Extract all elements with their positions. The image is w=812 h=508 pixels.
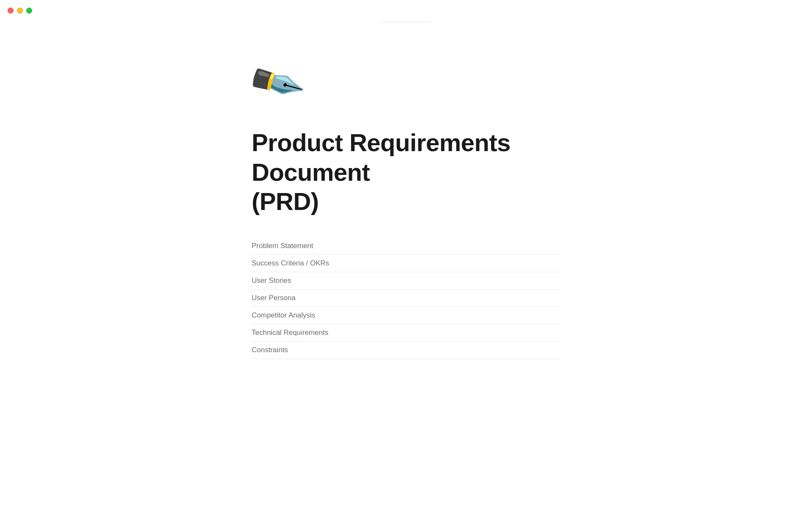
main-content: ✒️ Product Requirements Document (PRD) P…	[173, 0, 639, 359]
toc-link-technical-requirements[interactable]: Technical Requirements	[252, 329, 328, 337]
minimize-button[interactable]	[17, 8, 23, 14]
toc-item: Success Criteria / OKRs	[252, 255, 560, 272]
toc-link-constraints[interactable]: Constraints	[252, 346, 288, 354]
toc-item: Competitor Analysis	[252, 307, 560, 324]
toc-item: Technical Requirements	[252, 324, 560, 342]
toc-item: User Persona	[252, 290, 560, 307]
toc-item: User Stories	[252, 272, 560, 290]
toc-link-competitor-analysis[interactable]: Competitor Analysis	[252, 311, 315, 319]
toc-link-problem-statement[interactable]: Problem Statement	[252, 242, 313, 250]
page-title-line1: Product Requirements Document	[252, 129, 510, 186]
toc-link-user-persona[interactable]: User Persona	[252, 294, 296, 302]
toc-list: Problem StatementSuccess Criteria / OKRs…	[252, 237, 560, 359]
top-bar-divider	[381, 22, 431, 22]
toc-item: Constraints	[252, 342, 560, 359]
toc-link-user-stories[interactable]: User Stories	[252, 276, 291, 284]
close-button[interactable]	[8, 8, 14, 14]
maximize-button[interactable]	[26, 8, 32, 14]
page-title-line2: (PRD)	[252, 188, 319, 215]
toc-link-success-criteria--okrs[interactable]: Success Criteria / OKRs	[252, 259, 329, 267]
page-icon: ✒️	[245, 56, 301, 110]
toc-item: Problem Statement	[252, 237, 560, 255]
page-title: Product Requirements Document (PRD)	[252, 128, 560, 216]
top-bar	[0, 0, 812, 22]
traffic-lights	[8, 8, 32, 14]
